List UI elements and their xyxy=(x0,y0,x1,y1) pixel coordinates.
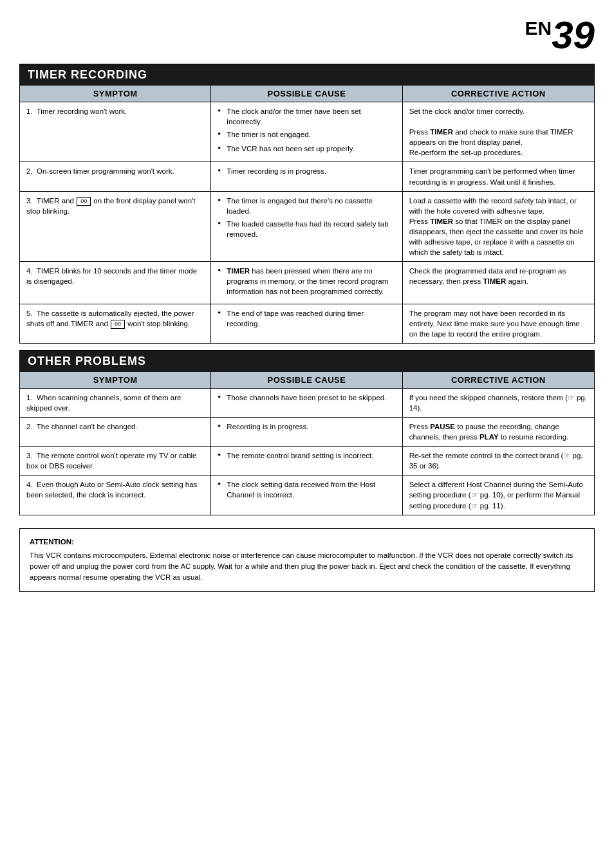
other-problems-header: SYMPTOM POSSIBLE CAUSE CORRECTIVE ACTION xyxy=(20,372,594,389)
symptom-col-header-1: SYMPTOM xyxy=(20,86,211,102)
cause-cell: The timer is engaged but there's no cass… xyxy=(211,192,402,262)
other-problems-title: OTHER PROBLEMS xyxy=(20,351,594,372)
symptom-cell: 4. Even though Auto or Semi-Auto clock s… xyxy=(20,476,211,514)
table-row: 2. The channel can't be changed. Recordi… xyxy=(20,418,594,447)
other-problems-section: OTHER PROBLEMS SYMPTOM POSSIBLE CAUSE CO… xyxy=(19,350,595,515)
action-cell: Set the clock and/or timer correctly. Pr… xyxy=(403,102,594,162)
action-cell: Select a different Host Channel during t… xyxy=(403,476,594,514)
symptom-cell: 3. TIMER and oo on the front display pan… xyxy=(20,192,211,262)
cause-cell: Recording is in progress. xyxy=(211,418,402,446)
table-row: 5. The cassette is automatically ejected… xyxy=(20,304,594,343)
table-row: 2. On-screen timer programming won't wor… xyxy=(20,162,594,191)
table-row: 4. Even though Auto or Semi-Auto clock s… xyxy=(20,476,594,514)
page-number: 39 xyxy=(552,14,595,57)
other-problems-table: SYMPTOM POSSIBLE CAUSE CORRECTIVE ACTION… xyxy=(20,372,594,515)
symptom-cell: 5. The cassette is automatically ejected… xyxy=(20,304,211,343)
symptom-col-header-2: SYMPTOM xyxy=(20,372,211,388)
cause-cell: Those channels have been preset to be sk… xyxy=(211,389,402,417)
action-cell: Load a cassette with the record safety t… xyxy=(403,192,594,262)
action-col-header-1: CORRECTIVE ACTION xyxy=(403,86,594,102)
table-row: 3. The remote control won't operate my T… xyxy=(20,447,594,476)
table-row: 1. Timer recording won't work. The clock… xyxy=(20,102,594,162)
symptom-cell: 2. The channel can't be changed. xyxy=(20,418,211,446)
cause-cell: Timer recording is in progress. xyxy=(211,162,402,190)
en-label: EN xyxy=(525,17,552,39)
cause-col-header-2: POSSIBLE CAUSE xyxy=(211,372,402,388)
cause-cell: The clock and/or the timer have been set… xyxy=(211,102,402,162)
cause-cell: The clock setting data received from the… xyxy=(211,476,402,514)
action-cell: Re-set the remote control to the correct… xyxy=(403,447,594,475)
attention-body: This VCR contains microcomputers. Extern… xyxy=(30,550,584,584)
cause-col-header-1: POSSIBLE CAUSE xyxy=(211,86,402,102)
symptom-cell: 3. The remote control won't operate my T… xyxy=(20,447,211,475)
action-cell: Press PAUSE to pause the recording, chan… xyxy=(403,418,594,446)
timer-recording-header: SYMPTOM POSSIBLE CAUSE CORRECTIVE ACTION xyxy=(20,86,594,102)
action-cell: Check the programmed data and re-program… xyxy=(403,262,594,303)
action-cell: Timer programming can't be performed whe… xyxy=(403,162,594,190)
symptom-cell: 1. When scanning channels, some of them … xyxy=(20,389,211,417)
cause-cell: TIMER has been pressed when there are no… xyxy=(211,262,402,303)
table-row: 3. TIMER and oo on the front display pan… xyxy=(20,192,594,263)
timer-recording-title: TIMER RECORDING xyxy=(20,64,594,86)
cause-cell: The remote control brand setting is inco… xyxy=(211,447,402,475)
attention-title: ATTENTION: xyxy=(30,537,584,548)
cause-cell: The end of tape was reached during timer… xyxy=(211,304,402,343)
action-col-header-2: CORRECTIVE ACTION xyxy=(403,372,594,388)
action-cell: If you need the skipped channels, restor… xyxy=(403,389,594,417)
symptom-cell: 2. On-screen timer programming won't wor… xyxy=(20,162,211,190)
table-row: 1. When scanning channels, some of them … xyxy=(20,389,594,418)
timer-recording-section: TIMER RECORDING SYMPTOM POSSIBLE CAUSE C… xyxy=(19,64,595,344)
action-cell: The program may not have been recorded i… xyxy=(403,304,594,343)
page-header: EN39 xyxy=(19,13,595,57)
table-row: 4. TIMER blinks for 10 seconds and the t… xyxy=(20,262,594,304)
attention-box: ATTENTION: This VCR contains microcomput… xyxy=(19,528,595,592)
timer-recording-table: SYMPTOM POSSIBLE CAUSE CORRECTIVE ACTION… xyxy=(20,86,594,343)
symptom-cell: 4. TIMER blinks for 10 seconds and the t… xyxy=(20,262,211,303)
symptom-cell: 1. Timer recording won't work. xyxy=(20,102,211,162)
